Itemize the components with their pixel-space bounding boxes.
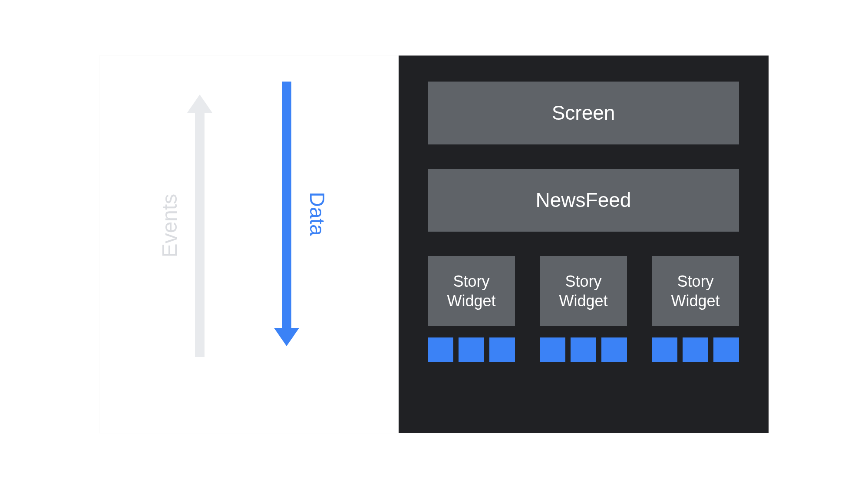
left-panel: Events Data — [100, 56, 399, 433]
diagram-frame: Events Data Screen NewsFeed StoryWidget … — [100, 56, 769, 433]
data-arrow: Data — [274, 82, 300, 346]
story-widget-label: StoryWidget — [447, 272, 495, 311]
story-widget-label: StoryWidget — [671, 272, 719, 311]
events-arrow-shaft — [195, 112, 205, 357]
data-arrow-shaft — [282, 82, 291, 329]
chip — [489, 337, 515, 362]
right-panel: Screen NewsFeed StoryWidget StoryWidget … — [399, 56, 769, 433]
chip — [713, 337, 739, 362]
newsfeed-label: NewsFeed — [536, 188, 631, 212]
events-arrow: Events — [187, 95, 213, 357]
screen-box: Screen — [428, 82, 739, 144]
newsfeed-box: NewsFeed — [428, 169, 739, 232]
chips-group — [540, 337, 627, 362]
story-widget-label: StoryWidget — [559, 272, 607, 311]
screen-label: Screen — [552, 101, 615, 124]
arrow-up-icon — [187, 95, 212, 113]
chip — [601, 337, 627, 362]
arrow-down-icon — [274, 328, 299, 346]
chips-row — [428, 337, 739, 362]
chip — [571, 337, 596, 362]
story-widgets-row: StoryWidget StoryWidget StoryWidget — [428, 256, 739, 326]
data-label: Data — [305, 192, 329, 236]
chip — [540, 337, 566, 362]
story-widget-box: StoryWidget — [540, 256, 627, 326]
chip — [683, 337, 708, 362]
chip — [652, 337, 678, 362]
chip — [428, 337, 454, 362]
events-label: Events — [157, 194, 181, 258]
chip — [459, 337, 484, 362]
chips-group — [428, 337, 515, 362]
chips-group — [652, 337, 739, 362]
story-widget-box: StoryWidget — [428, 256, 515, 326]
story-widget-box: StoryWidget — [652, 256, 739, 326]
